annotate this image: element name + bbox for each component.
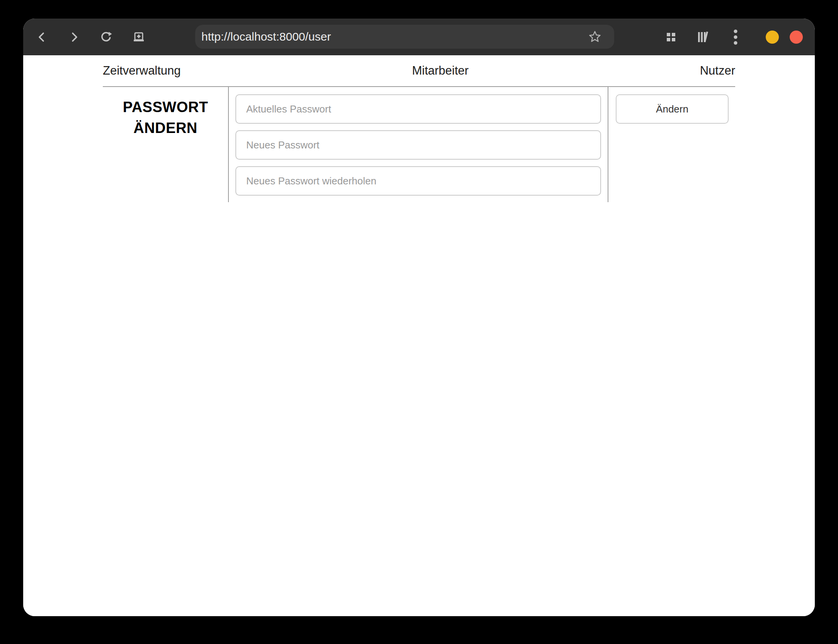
library-button[interactable]	[693, 27, 714, 47]
browser-window: http://localhost:8000/user	[23, 19, 815, 616]
close-window-button[interactable]	[790, 31, 803, 44]
bookmark-button[interactable]	[587, 29, 603, 44]
url-text[interactable]: http://localhost:8000/user	[195, 30, 587, 43]
action-column: Ändern	[608, 87, 735, 202]
page-content: Zeitverwaltung Mitarbeiter Nutzer PASSWO…	[23, 55, 815, 616]
browser-toolbar: http://localhost:8000/user	[23, 19, 815, 55]
section-title-column: PASSWORT ÄNDERN	[103, 87, 228, 202]
new-tab-button[interactable]	[129, 27, 149, 47]
menu-button[interactable]	[726, 27, 746, 47]
forward-icon	[67, 30, 81, 44]
password-form-column	[228, 87, 608, 202]
grid-icon	[666, 32, 676, 42]
star-icon	[589, 31, 601, 43]
back-icon	[35, 30, 49, 44]
password-change-section: PASSWORT ÄNDERN Ändern	[103, 86, 735, 202]
new-tab-icon	[131, 30, 146, 44]
url-bar[interactable]: http://localhost:8000/user	[195, 25, 614, 49]
main-nav: Zeitverwaltung Mitarbeiter Nutzer	[103, 55, 735, 86]
new-password-input[interactable]	[235, 130, 601, 160]
reload-button[interactable]	[96, 27, 116, 47]
minimize-window-button[interactable]	[766, 31, 779, 44]
section-heading: PASSWORT ÄNDERN	[103, 97, 228, 139]
current-password-input[interactable]	[235, 94, 601, 124]
reload-icon	[99, 30, 114, 44]
forward-button[interactable]	[64, 27, 84, 47]
library-icon	[697, 31, 710, 43]
nav-item-mitarbeiter[interactable]: Mitarbeiter	[412, 64, 468, 78]
change-password-button[interactable]: Ändern	[616, 94, 729, 124]
apps-grid-button[interactable]	[661, 27, 681, 47]
section-heading-line2: ÄNDERN	[103, 118, 228, 139]
repeat-new-password-input[interactable]	[235, 166, 601, 196]
back-button[interactable]	[32, 27, 52, 47]
kebab-menu-icon	[733, 29, 738, 45]
nav-item-nutzer[interactable]: Nutzer	[700, 64, 735, 78]
nav-item-zeitverwaltung[interactable]: Zeitverwaltung	[103, 64, 181, 78]
section-heading-line1: PASSWORT	[103, 97, 228, 118]
